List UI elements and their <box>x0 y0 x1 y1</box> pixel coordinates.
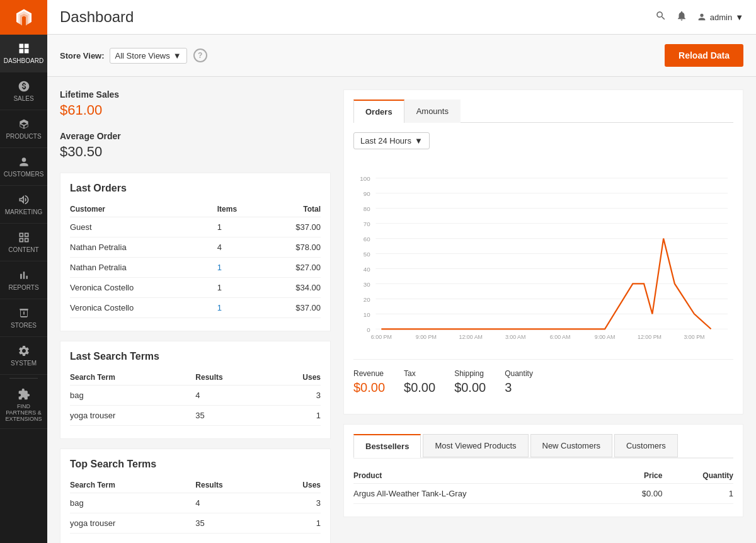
store-view-value: All Store Views <box>115 51 170 60</box>
last-orders-table: Customer Items Total Guest 1 $37.00 Nath… <box>70 202 321 318</box>
sidebar-item-stores[interactable]: STORES <box>0 299 47 337</box>
sidebar-divider <box>9 378 38 379</box>
last-search-card: Last Search Terms Search Term Results Us… <box>60 341 331 439</box>
svg-text:70: 70 <box>364 220 370 227</box>
total-cell: $37.00 <box>263 298 321 318</box>
svg-text:20: 20 <box>364 296 370 303</box>
puzzle-icon <box>18 388 30 401</box>
col-product: Product <box>353 468 615 484</box>
sidebar-logo[interactable] <box>0 0 47 35</box>
sidebar-item-extensions[interactable]: FIND PARTNERS & EXTENSIONS <box>0 382 47 429</box>
help-icon[interactable]: ? <box>193 49 207 62</box>
col-search-term: Search Term <box>70 370 195 386</box>
sidebar-item-sales[interactable]: SALES <box>0 72 47 110</box>
col-results: Results <box>195 370 271 386</box>
svg-text:0: 0 <box>367 326 370 333</box>
search-icon[interactable] <box>655 10 667 24</box>
shipping-value: $0.00 <box>454 380 486 395</box>
sidebar-item-reports-label: REPORTS <box>8 284 38 291</box>
sidebar-item-products[interactable]: PRODUCTS <box>0 110 47 148</box>
bell-icon[interactable] <box>676 10 687 24</box>
total-cell: $37.00 <box>263 217 321 237</box>
term-cell: bag <box>70 386 195 406</box>
total-cell: $34.00 <box>263 278 321 298</box>
tab-most-viewed[interactable]: Most Viewed Products <box>423 434 528 457</box>
table-row: Veronica Costello 1 $34.00 <box>70 278 321 298</box>
svg-text:9:00 PM: 9:00 PM <box>416 334 437 340</box>
svg-text:12:00 PM: 12:00 PM <box>638 334 662 340</box>
tab-amounts[interactable]: Amounts <box>404 100 461 123</box>
revenue-block: Revenue $0.00 <box>353 369 385 395</box>
page-title: Dashboard <box>60 8 655 26</box>
items-cell: 4 <box>217 237 263 258</box>
bottom-tab-bar: Bestsellers Most Viewed Products New Cus… <box>353 434 733 459</box>
sidebar-item-customers[interactable]: CUSTOMERS <box>0 148 47 186</box>
customer-cell: Veronica Costello <box>70 298 217 318</box>
tab-new-customers[interactable]: New Customers <box>530 434 612 457</box>
right-panel: Orders Amounts Last 24 Hours ▼ <box>343 89 743 530</box>
results-cell: 4 <box>195 386 271 406</box>
avg-order-value: $30.50 <box>60 144 331 160</box>
barchart-icon <box>18 269 30 282</box>
items-cell[interactable]: 1 <box>217 258 263 278</box>
chart-svg: 100 90 80 70 60 50 40 30 <box>353 156 733 357</box>
lifetime-sales-value: $61.00 <box>60 102 331 118</box>
sidebar-item-dashboard-label: DASHBOARD <box>4 57 43 64</box>
table-row: Nathan Petralia 1 $27.00 <box>70 258 321 278</box>
tab-bestsellers[interactable]: Bestsellers <box>353 434 421 458</box>
table-row: Argus All-Weather Tank-L-Gray $0.00 1 <box>353 484 733 504</box>
sidebar-item-content[interactable]: CONTENT <box>0 224 47 261</box>
lifetime-sales-label: Lifetime Sales <box>60 89 331 100</box>
dollar-icon <box>18 80 30 93</box>
table-row: Veronica Costello 1 $37.00 <box>70 298 321 318</box>
tax-value: $0.00 <box>404 380 435 395</box>
svg-text:10: 10 <box>364 311 370 318</box>
filter-chevron-icon: ▼ <box>415 136 423 146</box>
svg-text:40: 40 <box>364 266 370 273</box>
chart-tabs: Orders Amounts <box>353 100 733 123</box>
bestsellers-table: Product Price Quantity Argus All-Weather… <box>353 468 733 504</box>
customer-cell: Guest <box>70 217 217 237</box>
store-view-selector[interactable]: All Store Views ▼ <box>110 48 187 64</box>
sidebar-item-customers-label: CUSTOMERS <box>4 171 44 178</box>
sidebar-item-reports[interactable]: REPORTS <box>0 261 47 299</box>
total-cell: $27.00 <box>263 258 321 278</box>
tax-block: Tax $0.00 <box>404 369 435 395</box>
revenue-row: Revenue $0.00 Tax $0.00 Shipping $0.00 Q… <box>353 359 733 404</box>
gear-icon <box>18 345 30 357</box>
tab-orders[interactable]: Orders <box>353 100 404 123</box>
table-row: Nathan Petralia 4 $78.00 <box>70 237 321 258</box>
uses-cell: 1 <box>271 406 321 426</box>
tab-customers[interactable]: Customers <box>614 434 678 457</box>
time-range-selector[interactable]: Last 24 Hours ▼ <box>353 132 430 149</box>
uses-cell: 3 <box>271 386 321 406</box>
uses-cell: 1 <box>271 513 321 534</box>
top-search-card: Top Search Terms Search Term Results Use… <box>60 449 331 543</box>
left-panel: Lifetime Sales $61.00 Average Order $30.… <box>60 89 331 530</box>
sidebar-item-dashboard[interactable]: DASHBOARD <box>0 35 47 72</box>
svg-text:9:00 AM: 9:00 AM <box>595 334 616 340</box>
term-cell: yoga trouser <box>70 513 195 534</box>
col-top-term: Search Term <box>70 477 195 493</box>
grid-icon <box>18 42 30 55</box>
sidebar-item-sales-label: SALES <box>13 95 33 102</box>
list-item: bag 4 3 <box>70 493 321 513</box>
quantity-block: Quantity 3 <box>505 369 533 395</box>
user-avatar-icon <box>697 12 707 22</box>
squares-icon <box>18 231 30 244</box>
product-cell: Argus All-Weather Tank-L-Gray <box>353 484 615 504</box>
reload-data-button[interactable]: Reload Data <box>665 44 743 67</box>
user-menu[interactable]: admin ▼ <box>697 12 743 22</box>
list-item: yoga trouser 35 1 <box>70 513 321 534</box>
sidebar-item-marketing[interactable]: MARKETING <box>0 186 47 224</box>
sidebar-item-system[interactable]: SYSTEM <box>0 337 47 375</box>
lifetime-sales-block: Lifetime Sales $61.00 <box>60 89 331 118</box>
shipping-block: Shipping $0.00 <box>454 369 486 395</box>
col-quantity: Quantity <box>662 468 733 484</box>
svg-text:100: 100 <box>360 175 370 182</box>
table-row: Guest 1 $37.00 <box>70 217 321 237</box>
col-total: Total <box>263 202 321 217</box>
chart-card: Orders Amounts Last 24 Hours ▼ <box>343 89 743 414</box>
col-customer: Customer <box>70 202 217 217</box>
items-cell[interactable]: 1 <box>217 298 263 318</box>
